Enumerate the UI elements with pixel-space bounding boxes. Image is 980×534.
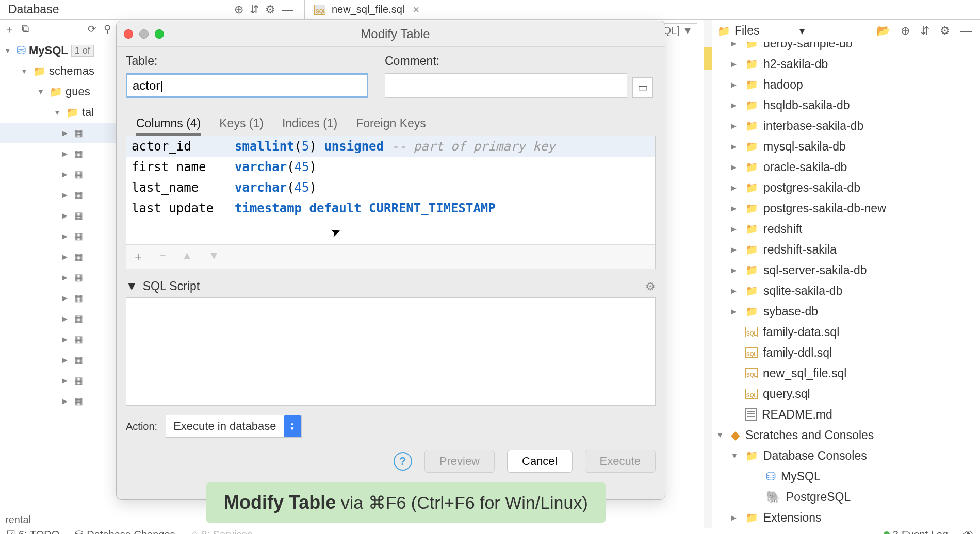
folder-item[interactable]: ▶📁h2-sakila-db bbox=[712, 54, 980, 74]
remove-column-icon[interactable]: − bbox=[159, 249, 166, 264]
folder-item[interactable]: ▶📁sqlite-sakila-db bbox=[712, 280, 980, 301]
tree-table-row[interactable]: ▦ bbox=[0, 308, 116, 329]
target-icon[interactable]: ⊕ bbox=[897, 24, 913, 38]
split-icon[interactable]: ⇵ bbox=[247, 3, 262, 16]
scratches-node[interactable]: ▼◆Scratches and Consoles bbox=[712, 425, 980, 445]
tree-schemas[interactable]: 📁 schemas bbox=[0, 61, 116, 81]
tree-table-row[interactable]: ▦ bbox=[0, 185, 116, 205]
db-changes-status[interactable]: ⛁Database Changes bbox=[75, 528, 175, 534]
table-icon: ▦ bbox=[74, 127, 83, 139]
execute-button[interactable]: Execute bbox=[585, 450, 656, 473]
tree-table-row[interactable]: ▦ bbox=[0, 391, 116, 411]
help-icon[interactable]: ? bbox=[394, 452, 412, 471]
database-icon: 🐘 bbox=[766, 490, 781, 504]
collapse-icon[interactable]: ▼ bbox=[126, 279, 138, 293]
open-icon[interactable]: 📂 bbox=[873, 24, 893, 38]
gear-icon[interactable]: ⚙ bbox=[937, 24, 953, 38]
gear-icon[interactable]: ⚙ bbox=[262, 3, 279, 16]
tab-columns[interactable]: Columns (4) bbox=[136, 113, 201, 136]
chevron-down-icon[interactable]: ▾ bbox=[799, 25, 805, 37]
tree-datasource[interactable]: ⛁ MySQL 1 of bbox=[0, 40, 116, 61]
editor-tab[interactable]: SQL new_sql_file.sql × bbox=[304, 0, 431, 19]
todo-status[interactable]: ☑6: TODO bbox=[6, 528, 59, 534]
file-item[interactable]: README.md bbox=[712, 404, 980, 425]
tree-table-row[interactable]: ▦ bbox=[0, 288, 116, 308]
column-row[interactable]: last_name varchar(45) bbox=[126, 177, 655, 198]
preview-button[interactable]: Preview bbox=[424, 450, 495, 473]
folder-item[interactable]: ▶📁redshift-sakila bbox=[712, 239, 980, 260]
cancel-button[interactable]: Cancel bbox=[507, 450, 572, 473]
minimize-icon[interactable]: — bbox=[279, 3, 296, 16]
event-log-status[interactable]: 3Event Log bbox=[884, 529, 948, 535]
tree-table-row[interactable]: ▦ bbox=[0, 329, 116, 349]
tree-table-row[interactable]: ▦ bbox=[0, 164, 116, 185]
tree-table-row[interactable]: ▦ bbox=[0, 123, 116, 143]
folder-item[interactable]: ▶📁sybase-db bbox=[712, 301, 980, 322]
target-icon[interactable]: ⊕ bbox=[231, 3, 247, 16]
tree-table-row[interactable]: ▦ bbox=[0, 370, 116, 391]
minimize-icon[interactable]: — bbox=[957, 24, 975, 38]
minimize-window-icon[interactable] bbox=[139, 29, 149, 39]
move-up-icon[interactable]: ▲ bbox=[182, 249, 193, 264]
split-icon[interactable]: ⇵ bbox=[917, 24, 933, 38]
tree-table-row[interactable]: ▦ bbox=[0, 246, 116, 267]
folder-icon: 📁 bbox=[66, 106, 79, 119]
tree-table-row[interactable]: ▦ bbox=[0, 143, 116, 164]
status-bar: ☑6: TODO ⛁Database Changes ◇8: Services … bbox=[0, 528, 980, 534]
files-tree[interactable]: ▶📁derby-sample-db▶📁h2-sakila-db▶📁hadoop▶… bbox=[712, 42, 980, 528]
move-down-icon[interactable]: ▼ bbox=[208, 249, 220, 264]
dialog-titlebar[interactable]: Modify Table bbox=[117, 21, 665, 47]
folder-item[interactable]: ▶📁redshift bbox=[712, 219, 980, 239]
extensions-node[interactable]: ▶📁Extensions bbox=[712, 507, 980, 528]
action-select[interactable]: Execute in database ▲▼ bbox=[166, 415, 301, 438]
folder-item[interactable]: ▶📁mysql-sakila-db bbox=[712, 136, 980, 157]
folder-item[interactable]: ▶📁postgres-sakila-db-new bbox=[712, 198, 980, 219]
tab-indices[interactable]: Indices (1) bbox=[282, 113, 337, 136]
tree-table-row[interactable]: ▦ bbox=[0, 226, 116, 246]
tree-schema[interactable]: 📁 gues bbox=[0, 81, 116, 102]
eye-icon[interactable]: 👁 bbox=[963, 529, 974, 535]
tab-keys[interactable]: Keys (1) bbox=[219, 113, 264, 136]
table-icon: ▦ bbox=[74, 395, 83, 407]
file-item[interactable]: SQLnew_sql_file.sql bbox=[712, 363, 980, 383]
refresh-icon[interactable]: ⟳ bbox=[88, 23, 96, 37]
folder-item[interactable]: ▶📁derby-sample-db bbox=[712, 42, 980, 54]
folder-item[interactable]: ▶📁hsqldb-sakila-db bbox=[712, 95, 980, 115]
close-window-icon[interactable] bbox=[124, 29, 133, 39]
file-item[interactable]: SQLfamily-data.sql bbox=[712, 322, 980, 342]
zoom-window-icon[interactable] bbox=[155, 29, 164, 39]
file-item[interactable]: SQLquery.sql bbox=[712, 383, 980, 404]
folder-item[interactable]: ▶📁oracle-sakila-db bbox=[712, 157, 980, 177]
expand-comment-icon[interactable]: ▭ bbox=[632, 77, 653, 98]
tree-table-row[interactable]: ▦ bbox=[0, 205, 116, 226]
folder-item[interactable]: ▶📁hadoop bbox=[712, 74, 980, 95]
tree-tables-folder[interactable]: 📁 tal bbox=[0, 102, 116, 123]
comment-input[interactable] bbox=[385, 73, 627, 98]
tree-cutoff-label: rental bbox=[0, 512, 116, 528]
tab-foreign-keys[interactable]: Foreign Keys bbox=[356, 113, 426, 136]
gear-icon[interactable]: ⚙ bbox=[645, 280, 656, 293]
console-item[interactable]: ⛁MySQL bbox=[712, 466, 980, 487]
folder-item[interactable]: ▶📁interbase-sakila-db bbox=[712, 115, 980, 136]
db-consoles-node[interactable]: ▼📁Database Consoles bbox=[712, 445, 980, 466]
services-status[interactable]: ◇8: Services bbox=[191, 528, 253, 534]
column-row[interactable]: first_name varchar(45) bbox=[126, 157, 655, 177]
column-row[interactable]: last_update timestamp default CURRENT_TI… bbox=[126, 198, 655, 219]
add-column-icon[interactable]: ＋ bbox=[133, 249, 144, 264]
console-item[interactable]: 🐘PostgreSQL bbox=[712, 487, 980, 507]
copy-icon[interactable]: ⧉ bbox=[22, 23, 29, 37]
file-item[interactable]: SQLfamily-ddl.sql bbox=[712, 342, 980, 363]
database-tree[interactable]: ⛁ MySQL 1 of 📁 schemas 📁 gues 📁 bbox=[0, 40, 116, 512]
columns-list[interactable]: actor_id smallint(5) unsigned -- part of… bbox=[126, 136, 656, 269]
table-name-input[interactable] bbox=[126, 73, 368, 98]
folder-item[interactable]: ▶📁postgres-sakila-db bbox=[712, 177, 980, 198]
column-row[interactable]: actor_id smallint(5) unsigned -- part of… bbox=[126, 136, 655, 157]
sql-script-area[interactable] bbox=[126, 297, 656, 406]
folder-item[interactable]: ▶📁sql-server-sakila-db bbox=[712, 260, 980, 280]
close-icon[interactable]: × bbox=[411, 3, 421, 16]
add-icon[interactable]: ＋ bbox=[4, 23, 14, 37]
tree-table-row[interactable]: ▦ bbox=[0, 349, 116, 370]
tree-table-row[interactable]: ▦ bbox=[0, 267, 116, 288]
filter-icon[interactable]: ⚲ bbox=[104, 23, 111, 37]
file-label: sqlite-sakila-db bbox=[763, 284, 842, 298]
